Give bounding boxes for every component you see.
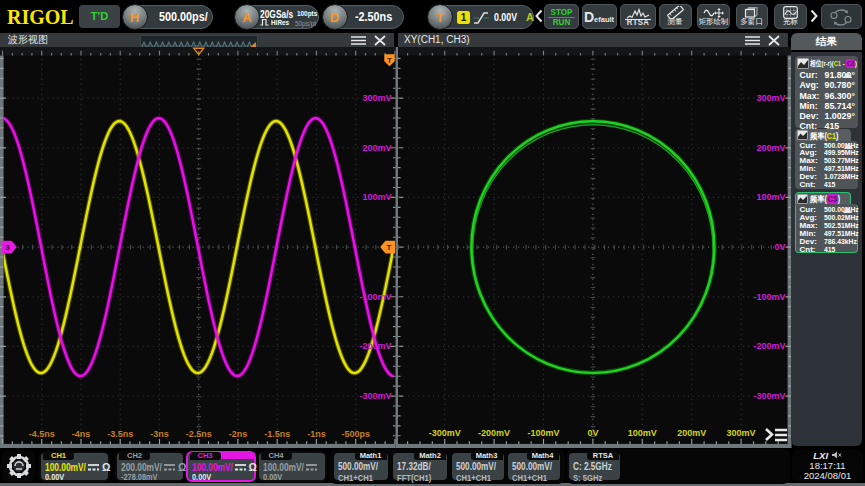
svg-text:200mV: 200mV: [757, 142, 786, 152]
svg-text:200mV: 200mV: [362, 142, 391, 152]
svg-text:3: 3: [5, 243, 10, 252]
svg-text:-200mV: -200mV: [359, 341, 391, 351]
svg-text:-100mV: -100mV: [528, 428, 560, 438]
svg-text:100mV: 100mV: [757, 192, 786, 202]
svg-text:T: T: [387, 56, 392, 65]
svg-text:-1ns: -1ns: [307, 428, 326, 438]
svg-text:-100mV: -100mV: [754, 291, 786, 301]
svg-text:100mV: 100mV: [362, 192, 391, 202]
svg-text:-3.5ns: -3.5ns: [107, 428, 133, 438]
svg-text:-300mV: -300mV: [359, 391, 391, 401]
svg-text:100mV: 100mV: [628, 428, 657, 438]
svg-text:0V: 0V: [587, 428, 598, 438]
svg-text:-2ns: -2ns: [229, 428, 248, 438]
svg-text:-300mV: -300mV: [754, 391, 786, 401]
svg-text:-200mV: -200mV: [754, 341, 786, 351]
svg-text:200mV: 200mV: [677, 428, 706, 438]
svg-text:-4.5ns: -4.5ns: [29, 428, 55, 438]
svg-text:-4ns: -4ns: [72, 428, 91, 438]
svg-text:-500ps: -500ps: [341, 428, 370, 438]
svg-text:0V: 0V: [775, 242, 786, 252]
svg-text:T: T: [387, 243, 392, 252]
svg-text:-100mV: -100mV: [359, 291, 391, 301]
svg-text:300mV: 300mV: [362, 93, 391, 103]
svg-text:300mV: 300mV: [727, 428, 756, 438]
svg-text:-2.5ns: -2.5ns: [186, 428, 212, 438]
svg-text:-300mV: -300mV: [429, 428, 461, 438]
svg-text:-1.5ns: -1.5ns: [264, 428, 290, 438]
svg-text:300mV: 300mV: [757, 93, 786, 103]
svg-text:-200mV: -200mV: [478, 428, 510, 438]
svg-text:-3ns: -3ns: [150, 428, 169, 438]
